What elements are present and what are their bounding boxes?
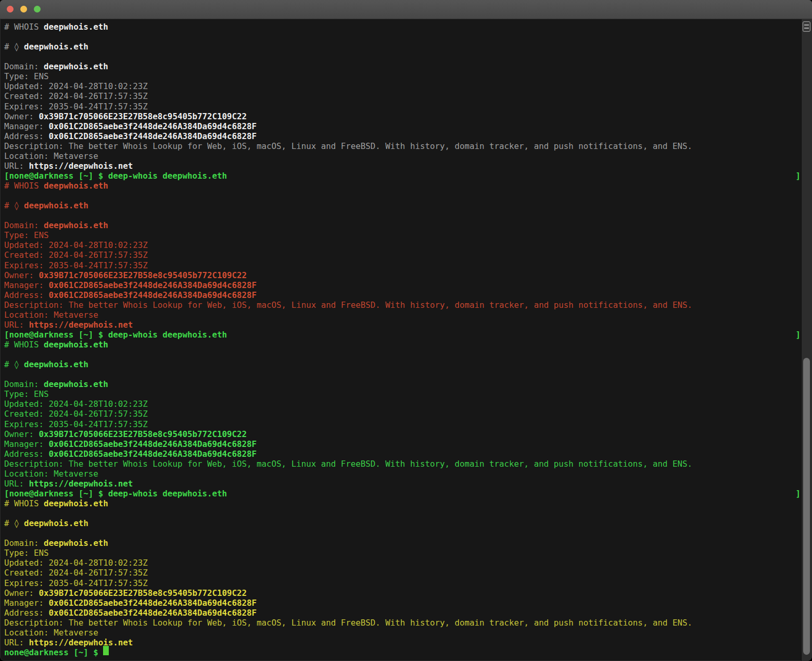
domain-name: deepwhois.eth <box>44 498 108 508</box>
field-label: Manager: <box>4 280 44 290</box>
field-value: 0x061C2D865aebe3f2448de246A384Da69d4c682… <box>49 121 257 131</box>
field-value: 2024-04-28T10:02:23Z <box>49 399 148 409</box>
field-value: 2035-04-24T17:57:35Z <box>49 260 148 270</box>
icon-bar <box>804 28 809 29</box>
field-line: URL: https://deepwhois.net <box>4 320 801 330</box>
field-value: 2035-04-24T17:57:35Z <box>49 102 148 111</box>
list-lines-icon[interactable] <box>803 21 810 32</box>
field-line: Expires: 2035-04-24T17:57:35Z <box>4 578 801 588</box>
prompt-close-bracket: ] <box>795 330 801 340</box>
whois-output-block-red: # WHOIS deepwhois.eth # ◊ deepwhois.eth … <box>4 181 801 330</box>
close-button[interactable] <box>7 6 14 13</box>
field-line: Description: The better Whois Lookup for… <box>4 141 801 151</box>
field-label: Domain: <box>4 379 39 389</box>
field-line: Domain: deepwhois.eth <box>4 379 801 389</box>
diamond-header-label: # ◊ <box>4 201 19 210</box>
field-line: Type: ENS <box>4 230 801 240</box>
field-label: Expires: <box>4 578 44 588</box>
field-value: https://deepwhois.net <box>29 479 133 489</box>
field-label: URL: <box>4 320 24 330</box>
field-value: 0x39B71c705066E23E27B58e8c95405b772C109C… <box>39 270 247 280</box>
field-label: Location: <box>4 628 49 638</box>
field-label: Owner: <box>4 111 34 121</box>
field-label: Updated: <box>4 81 44 91</box>
prompt-line: none@darkness [~] $ <box>4 647 801 657</box>
field-value: ENS <box>34 389 49 399</box>
field-value: Metaverse <box>54 469 98 479</box>
field-label: Created: <box>4 91 44 101</box>
blank-line <box>4 52 801 61</box>
field-line: Type: ENS <box>4 389 801 399</box>
field-label: Location: <box>4 151 49 161</box>
field-value: The better Whois Lookup for Web, iOS, ma… <box>69 300 692 310</box>
prompt-line: [none@darkness [~] $ deep-whois deepwhoi… <box>4 330 801 340</box>
whois-header-line: # WHOIS deepwhois.eth <box>4 22 801 32</box>
field-line: Address: 0x061C2D865aebe3f2448de246A384D… <box>4 131 801 141</box>
field-line: Expires: 2035-04-24T17:57:35Z <box>4 419 801 429</box>
domain-name: deepwhois.eth <box>24 42 88 52</box>
field-label: URL: <box>4 479 24 489</box>
whois-output-block-plain: # WHOIS deepwhois.eth # ◊ deepwhois.eth … <box>4 22 801 171</box>
field-line: Description: The better Whois Lookup for… <box>4 300 801 310</box>
field-label: Owner: <box>4 588 34 598</box>
field-value: 2024-04-28T10:02:23Z <box>49 81 148 91</box>
domain-name: deepwhois.eth <box>24 518 88 528</box>
field-label: Expires: <box>4 260 44 270</box>
field-line: Location: Metaverse <box>4 151 801 161</box>
prompt-text: [none@darkness [~] $ deep-whois deepwhoi… <box>4 171 227 181</box>
field-value: The better Whois Lookup for Web, iOS, ma… <box>69 618 692 628</box>
field-line: Owner: 0x39B71c705066E23E27B58e8c95405b7… <box>4 270 801 280</box>
field-line: Address: 0x061C2D865aebe3f2448de246A384D… <box>4 608 801 618</box>
field-line: URL: https://deepwhois.net <box>4 638 801 647</box>
field-line: Owner: 0x39B71c705066E23E27B58e8c95405b7… <box>4 111 801 121</box>
field-line: Domain: deepwhois.eth <box>4 220 801 230</box>
field-label: Address: <box>4 608 44 618</box>
field-value: https://deepwhois.net <box>29 320 133 330</box>
terminal-content[interactable]: # WHOIS deepwhois.eth # ◊ deepwhois.eth … <box>0 19 802 661</box>
field-value: 0x061C2D865aebe3f2448de246A384Da69d4c682… <box>49 131 257 141</box>
field-label: Description: <box>4 459 64 469</box>
minimize-button[interactable] <box>20 6 27 13</box>
field-label: Manager: <box>4 121 44 131</box>
field-value: 2024-04-26T17:57:35Z <box>49 409 148 419</box>
diamond-header-label: # ◊ <box>4 42 19 52</box>
terminal-window: # WHOIS deepwhois.eth # ◊ deepwhois.eth … <box>0 0 812 661</box>
field-label: Address: <box>4 131 44 141</box>
field-label: Owner: <box>4 270 34 280</box>
window-titlebar[interactable] <box>0 0 812 19</box>
field-value: 0x061C2D865aebe3f2448de246A384Da69d4c682… <box>49 598 257 608</box>
scrollbar-track[interactable] <box>801 19 812 661</box>
field-label: Owner: <box>4 429 34 439</box>
whois-header-line: # WHOIS deepwhois.eth <box>4 181 801 191</box>
field-line: URL: https://deepwhois.net <box>4 161 801 171</box>
field-value: 2035-04-24T17:57:35Z <box>49 419 148 429</box>
blank-line <box>4 32 801 42</box>
blank-line <box>4 350 801 359</box>
field-line: Domain: deepwhois.eth <box>4 61 801 71</box>
diamond-header-label: # ◊ <box>4 359 19 369</box>
field-value: 0x39B71c705066E23E27B58e8c95405b772C109C… <box>39 429 247 439</box>
field-value: https://deepwhois.net <box>29 638 133 647</box>
field-value: deepwhois.eth <box>44 379 108 389</box>
field-line: Updated: 2024-04-28T10:02:23Z <box>4 399 801 409</box>
scrollbar-thumb[interactable] <box>803 358 810 655</box>
field-label: URL: <box>4 638 24 647</box>
field-line: Updated: 2024-04-28T10:02:23Z <box>4 240 801 250</box>
field-label: Created: <box>4 250 44 260</box>
field-line: Expires: 2035-04-24T17:57:35Z <box>4 260 801 270</box>
field-label: Type: <box>4 389 29 399</box>
prompt-text: [none@darkness [~] $ deep-whois deepwhoi… <box>4 489 227 498</box>
field-value: 0x061C2D865aebe3f2448de246A384Da69d4c682… <box>49 439 257 449</box>
field-value: deepwhois.eth <box>44 220 108 230</box>
field-label: Description: <box>4 618 64 628</box>
field-label: Type: <box>4 71 29 81</box>
field-value: deepwhois.eth <box>44 61 108 71</box>
field-line: Address: 0x061C2D865aebe3f2448de246A384D… <box>4 449 801 459</box>
domain-header-line: # ◊ deepwhois.eth <box>4 518 801 528</box>
diamond-header-label: # ◊ <box>4 518 19 528</box>
whois-output-block-green: # WHOIS deepwhois.eth # ◊ deepwhois.eth … <box>4 340 801 489</box>
zoom-button[interactable] <box>34 6 41 13</box>
field-line: Type: ENS <box>4 71 801 81</box>
field-line: Location: Metaverse <box>4 469 801 479</box>
domain-name: deepwhois.eth <box>44 181 108 191</box>
